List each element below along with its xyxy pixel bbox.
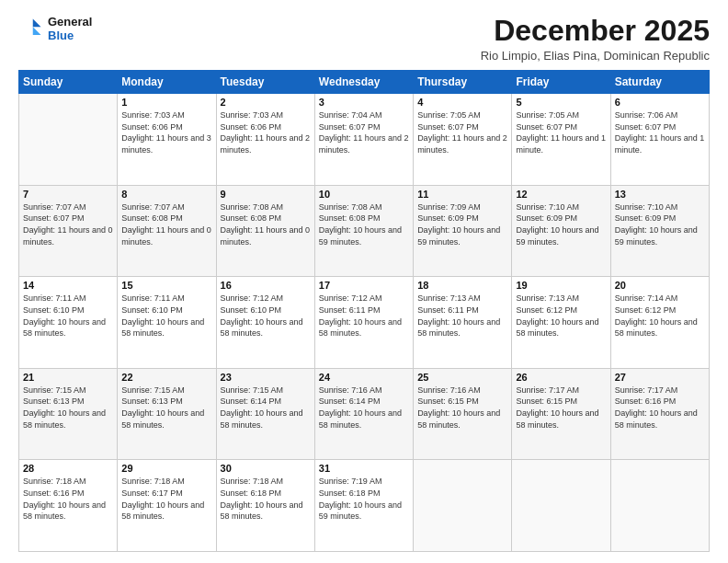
calendar-cell: 26Sunrise: 7:17 AMSunset: 6:15 PMDayligh… xyxy=(512,368,610,460)
calendar-cell: 13Sunrise: 7:10 AMSunset: 6:09 PMDayligh… xyxy=(610,185,709,277)
day-info: Sunrise: 7:18 AMSunset: 6:16 PMDaylight:… xyxy=(23,476,113,522)
calendar-cell: 27Sunrise: 7:17 AMSunset: 6:16 PMDayligh… xyxy=(610,368,709,460)
day-info: Sunrise: 7:08 AMSunset: 6:08 PMDaylight:… xyxy=(319,201,409,247)
day-number: 26 xyxy=(516,372,606,383)
day-number: 15 xyxy=(121,280,211,291)
day-number: 27 xyxy=(615,372,705,383)
calendar-cell: 17Sunrise: 7:12 AMSunset: 6:11 PMDayligh… xyxy=(314,277,413,369)
svg-marker-2 xyxy=(33,27,41,35)
day-info: Sunrise: 7:05 AMSunset: 6:07 PMDaylight:… xyxy=(417,109,507,155)
calendar-cell: 29Sunrise: 7:18 AMSunset: 6:17 PMDayligh… xyxy=(118,460,216,552)
calendar-cell: 24Sunrise: 7:16 AMSunset: 6:14 PMDayligh… xyxy=(314,368,413,460)
calendar-week-row: 1Sunrise: 7:03 AMSunset: 6:06 PMDaylight… xyxy=(19,94,710,186)
day-info: Sunrise: 7:11 AMSunset: 6:10 PMDaylight:… xyxy=(121,293,211,339)
day-number: 16 xyxy=(221,280,311,291)
day-number: 24 xyxy=(319,372,409,383)
day-info: Sunrise: 7:15 AMSunset: 6:14 PMDaylight:… xyxy=(221,385,311,431)
weekday-header: Tuesday xyxy=(216,71,314,94)
calendar-page: General Blue December 2025 Rio Limpio, E… xyxy=(0,0,728,563)
calendar-cell: 6Sunrise: 7:06 AMSunset: 6:07 PMDaylight… xyxy=(610,94,709,186)
weekday-header: Saturday xyxy=(610,71,709,94)
day-number: 8 xyxy=(121,189,211,200)
weekday-header: Thursday xyxy=(414,71,512,94)
day-info: Sunrise: 7:03 AMSunset: 6:06 PMDaylight:… xyxy=(121,109,211,155)
day-info: Sunrise: 7:15 AMSunset: 6:13 PMDaylight:… xyxy=(23,385,113,431)
day-info: Sunrise: 7:17 AMSunset: 6:15 PMDaylight:… xyxy=(516,385,606,431)
calendar-cell: 8Sunrise: 7:07 AMSunset: 6:08 PMDaylight… xyxy=(118,185,216,277)
logo-text: General Blue xyxy=(48,15,92,42)
calendar-week-row: 7Sunrise: 7:07 AMSunset: 6:07 PMDaylight… xyxy=(19,185,710,277)
day-info: Sunrise: 7:16 AMSunset: 6:15 PMDaylight:… xyxy=(417,385,507,431)
day-number: 17 xyxy=(319,280,409,291)
svg-marker-1 xyxy=(33,19,41,28)
day-info: Sunrise: 7:18 AMSunset: 6:17 PMDaylight:… xyxy=(121,476,211,522)
day-number: 4 xyxy=(417,97,507,108)
day-info: Sunrise: 7:19 AMSunset: 6:18 PMDaylight:… xyxy=(319,476,409,522)
day-info: Sunrise: 7:13 AMSunset: 6:11 PMDaylight:… xyxy=(417,293,507,339)
day-number: 2 xyxy=(221,97,311,108)
day-info: Sunrise: 7:18 AMSunset: 6:18 PMDaylight:… xyxy=(221,476,311,522)
day-info: Sunrise: 7:05 AMSunset: 6:07 PMDaylight:… xyxy=(516,109,606,155)
calendar-cell xyxy=(512,460,610,552)
calendar-cell: 20Sunrise: 7:14 AMSunset: 6:12 PMDayligh… xyxy=(610,277,709,369)
calendar-cell: 30Sunrise: 7:18 AMSunset: 6:18 PMDayligh… xyxy=(216,460,314,552)
day-info: Sunrise: 7:03 AMSunset: 6:06 PMDaylight:… xyxy=(221,109,311,155)
day-number: 31 xyxy=(319,463,409,474)
calendar-cell: 9Sunrise: 7:08 AMSunset: 6:08 PMDaylight… xyxy=(216,185,314,277)
day-info: Sunrise: 7:12 AMSunset: 6:11 PMDaylight:… xyxy=(319,293,409,339)
day-info: Sunrise: 7:07 AMSunset: 6:08 PMDaylight:… xyxy=(121,201,211,247)
calendar-cell: 31Sunrise: 7:19 AMSunset: 6:18 PMDayligh… xyxy=(314,460,413,552)
day-number: 28 xyxy=(23,463,113,474)
title-section: December 2025 Rio Limpio, Elias Pina, Do… xyxy=(481,15,710,63)
day-number: 13 xyxy=(615,189,705,200)
calendar-table: SundayMondayTuesdayWednesdayThursdayFrid… xyxy=(18,70,710,552)
day-info: Sunrise: 7:10 AMSunset: 6:09 PMDaylight:… xyxy=(516,201,606,247)
calendar-cell: 1Sunrise: 7:03 AMSunset: 6:06 PMDaylight… xyxy=(118,94,216,186)
calendar-cell: 19Sunrise: 7:13 AMSunset: 6:12 PMDayligh… xyxy=(512,277,610,369)
day-info: Sunrise: 7:12 AMSunset: 6:10 PMDaylight:… xyxy=(221,293,311,339)
day-number: 18 xyxy=(417,280,507,291)
day-info: Sunrise: 7:04 AMSunset: 6:07 PMDaylight:… xyxy=(319,109,409,155)
calendar-cell: 15Sunrise: 7:11 AMSunset: 6:10 PMDayligh… xyxy=(118,277,216,369)
day-number: 14 xyxy=(23,280,113,291)
calendar-cell xyxy=(414,460,512,552)
day-number: 30 xyxy=(221,463,311,474)
calendar-cell: 25Sunrise: 7:16 AMSunset: 6:15 PMDayligh… xyxy=(414,368,512,460)
day-number: 6 xyxy=(615,97,705,108)
calendar-week-row: 28Sunrise: 7:18 AMSunset: 6:16 PMDayligh… xyxy=(19,460,710,552)
calendar-cell: 23Sunrise: 7:15 AMSunset: 6:14 PMDayligh… xyxy=(216,368,314,460)
day-info: Sunrise: 7:10 AMSunset: 6:09 PMDaylight:… xyxy=(615,201,705,247)
calendar-cell: 4Sunrise: 7:05 AMSunset: 6:07 PMDaylight… xyxy=(414,94,512,186)
day-number: 11 xyxy=(417,189,507,200)
day-info: Sunrise: 7:07 AMSunset: 6:07 PMDaylight:… xyxy=(23,201,113,247)
day-number: 5 xyxy=(516,97,606,108)
weekday-header: Monday xyxy=(118,71,216,94)
calendar-cell: 5Sunrise: 7:05 AMSunset: 6:07 PMDaylight… xyxy=(512,94,610,186)
weekday-header-row: SundayMondayTuesdayWednesdayThursdayFrid… xyxy=(19,71,710,94)
day-number: 12 xyxy=(516,189,606,200)
logo: General Blue xyxy=(18,15,92,42)
day-info: Sunrise: 7:14 AMSunset: 6:12 PMDaylight:… xyxy=(615,293,705,339)
day-number: 23 xyxy=(221,372,311,383)
day-info: Sunrise: 7:17 AMSunset: 6:16 PMDaylight:… xyxy=(615,385,705,431)
day-number: 29 xyxy=(121,463,211,474)
day-number: 3 xyxy=(319,97,409,108)
day-info: Sunrise: 7:13 AMSunset: 6:12 PMDaylight:… xyxy=(516,293,606,339)
calendar-cell: 2Sunrise: 7:03 AMSunset: 6:06 PMDaylight… xyxy=(216,94,314,186)
page-header: General Blue December 2025 Rio Limpio, E… xyxy=(18,15,710,63)
calendar-cell: 10Sunrise: 7:08 AMSunset: 6:08 PMDayligh… xyxy=(314,185,413,277)
day-info: Sunrise: 7:15 AMSunset: 6:13 PMDaylight:… xyxy=(121,385,211,431)
day-info: Sunrise: 7:08 AMSunset: 6:08 PMDaylight:… xyxy=(221,201,311,247)
day-info: Sunrise: 7:09 AMSunset: 6:09 PMDaylight:… xyxy=(417,201,507,247)
calendar-cell: 12Sunrise: 7:10 AMSunset: 6:09 PMDayligh… xyxy=(512,185,610,277)
svg-rect-0 xyxy=(18,16,44,41)
weekday-header: Sunday xyxy=(19,71,118,94)
weekday-header: Friday xyxy=(512,71,610,94)
calendar-cell xyxy=(19,94,118,186)
calendar-cell: 21Sunrise: 7:15 AMSunset: 6:13 PMDayligh… xyxy=(19,368,118,460)
day-number: 10 xyxy=(319,189,409,200)
calendar-week-row: 21Sunrise: 7:15 AMSunset: 6:13 PMDayligh… xyxy=(19,368,710,460)
calendar-cell: 3Sunrise: 7:04 AMSunset: 6:07 PMDaylight… xyxy=(314,94,413,186)
day-number: 20 xyxy=(615,280,705,291)
calendar-cell: 18Sunrise: 7:13 AMSunset: 6:11 PMDayligh… xyxy=(414,277,512,369)
